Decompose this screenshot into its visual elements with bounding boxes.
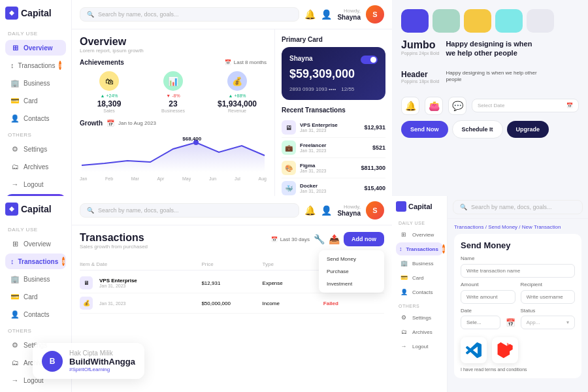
sidebar-item-overview-label: Overview (24, 44, 52, 52)
trans-transactions-icon: ↕ (10, 257, 14, 266)
date-input[interactable]: Select Date 📅 (472, 99, 579, 112)
date-field[interactable] (461, 316, 500, 329)
vps-info: VPS Enterprise Jan 31, 2023 (300, 122, 360, 133)
row2-price: $50,000,000 (201, 301, 262, 306)
trans-bell-icon[interactable]: 🔔 (304, 205, 316, 216)
swatch-cyan (495, 9, 523, 33)
dropdown-send-money[interactable]: Send Money (319, 253, 384, 265)
trans-search-icon: 🔍 (87, 207, 94, 214)
chart-peak-label: $68,400 (182, 136, 201, 142)
component-row-icons: 🔔 👛 💬 Select Date 📅 (401, 97, 579, 115)
terms-text: I have read terms and conditions (461, 367, 575, 372)
swatch-light (527, 9, 554, 33)
trans-sidebar-contacts[interactable]: 👤 Contacts (5, 306, 66, 322)
status-col: Status App... ▾ (521, 308, 576, 333)
amount-col: Amount (461, 282, 515, 308)
sm-sidebar-transactions[interactable]: ↕ Transactions 8 (396, 242, 443, 255)
sidebar-item-overview[interactable]: ⊞ Overview (5, 40, 66, 56)
trans-sidebar-card[interactable]: 💳 Card (5, 289, 66, 304)
sidebar-item-settings[interactable]: ⚙ Settings (5, 141, 66, 157)
freelancer-icon: 💼 (282, 140, 296, 155)
sm-search-placeholder: Search by name, docs, goals... (471, 204, 552, 210)
vps-name: VPS Enterprise (300, 122, 360, 128)
sm-business-icon: 🏢 (399, 259, 408, 268)
status-select[interactable]: App... ▾ (521, 316, 576, 329)
sm-sidebar-logout[interactable]: → Logout (396, 340, 443, 353)
sidebar-item-card[interactable]: 💳 Card (5, 93, 66, 108)
top-header: 🔍 Search by name, docs, goals... 🔔 👤 How… (72, 0, 392, 29)
name-field[interactable] (461, 264, 575, 278)
sm-sidebar-card[interactable]: 💳 Card (396, 271, 443, 284)
howdy-label: Howdy, (337, 8, 361, 14)
search-icon: 🔍 (87, 11, 94, 18)
export-icon[interactable]: 📤 (329, 234, 340, 244)
trans-user-icon[interactable]: 👤 (321, 205, 332, 216)
sm-sidebar-settings[interactable]: ⚙ Settings (396, 311, 443, 324)
user-icon[interactable]: 👤 (321, 9, 332, 20)
card-details: 2893 0939 1093 •••• 12/55 (289, 86, 378, 92)
row1-price: $12,931 (201, 280, 262, 286)
trans-search[interactable]: 🔍 Search by name, docs, goals... (80, 203, 299, 218)
sidebar-item-archives[interactable]: 🗂 Archives (5, 159, 66, 174)
logo-text: Capital (21, 8, 52, 18)
transactions-icon: ↕ (10, 61, 14, 70)
freelancer-info: Freelancer Jan 31, 2023 (300, 142, 368, 153)
bell-comp-icon[interactable]: 🔔 (401, 97, 419, 115)
header-sub: Poppins 18px Bold (401, 79, 439, 84)
sidebar-item-contacts[interactable]: 👤 Contacts (5, 110, 66, 126)
sm-badge: 8 (442, 244, 445, 253)
trans-title-row: Transactions Sales growth from purchased… (80, 232, 384, 255)
sm-search[interactable]: 🔍 Search by name, docs, goals... (453, 200, 583, 214)
sm-sidebar-archives[interactable]: 🗂 Archives (396, 325, 443, 338)
design-upgrade-button[interactable]: Upgrade (507, 121, 549, 138)
trans-sidebar-business[interactable]: 🏢 Business (5, 271, 66, 287)
others-label: Others (8, 132, 66, 138)
sm-contacts-icon: 👤 (399, 287, 408, 297)
filter-icon[interactable]: 🔧 (314, 234, 325, 244)
sidebar-item-card-label: Card (24, 97, 38, 105)
bell-icon[interactable]: 🔔 (304, 9, 316, 20)
card-numbers: 2893 0939 1093 •••• (289, 86, 336, 92)
sm-sidebar-overview[interactable]: ⊞ Overview (396, 228, 443, 241)
sidebar-item-business-label: Business (24, 80, 50, 87)
amount-field[interactable] (461, 290, 515, 304)
swatch-yellow (464, 9, 491, 33)
laravel-icon (497, 342, 513, 358)
trans-logo-icon (5, 203, 18, 216)
typography-header-text: Happy designing is when we help other pe… (446, 70, 537, 84)
sidebar-item-logout-label: Logout (24, 181, 44, 188)
dropdown-investment[interactable]: Investment (319, 278, 384, 290)
watermark-text: Hak Cipta Milik BuildWithAngga #SpiritOf… (69, 350, 135, 372)
dropdown-purchase[interactable]: Purchase (319, 265, 384, 278)
card-icon: 💳 (10, 96, 20, 105)
card-toggle[interactable] (361, 56, 378, 64)
chat-comp-icon[interactable]: 💬 (448, 97, 466, 115)
x-may: May (182, 176, 191, 181)
trans-sidebar-overview[interactable]: ⊞ Overview (5, 236, 66, 252)
add-now-button[interactable]: Add now (344, 232, 384, 246)
sidebar-item-transactions[interactable]: ↕ Transactions 8 (5, 57, 66, 73)
sm-sidebar-business[interactable]: 🏢 Business (396, 257, 443, 270)
sm-sidebar-contacts[interactable]: 👤 Contacts (396, 286, 443, 299)
schedule-it-button[interactable]: Schedule It (452, 120, 503, 139)
wallet-comp-icon[interactable]: 👛 (425, 97, 443, 115)
sm-others-label: Others (399, 304, 443, 308)
action-buttons: Send Now Schedule It Upgrade (401, 120, 579, 139)
recipient-field[interactable] (521, 290, 576, 304)
vscode-icon (466, 342, 482, 358)
sidebar-item-business[interactable]: 🏢 Business (5, 75, 66, 91)
achievements-grid: 🛍 ▲ +24% 18,309 Sales 📊 ▼ -8% 23 Busines… (80, 71, 267, 113)
trans-sidebar-transactions[interactable]: ↕ Transactions 8 (5, 253, 66, 269)
sales-value: 18,309 (80, 99, 139, 108)
trans-logout-icon: → (10, 376, 20, 385)
send-now-button[interactable]: Send Now (401, 121, 448, 138)
x-aug: Aug (259, 176, 267, 181)
trans-business-icon: 🏢 (10, 274, 20, 284)
amount-label: Amount (461, 282, 515, 287)
search-box[interactable]: 🔍 Search by name, docs, goals... (80, 7, 299, 22)
figma-info: Figma Jan 31, 2023 (300, 163, 357, 173)
sidebar-item-logout[interactable]: → Logout (5, 176, 66, 192)
typography-heading: Happy designing is when we help other pe… (446, 39, 537, 58)
swatch-purple (401, 9, 429, 33)
date-input-row: 📅 (461, 316, 515, 329)
